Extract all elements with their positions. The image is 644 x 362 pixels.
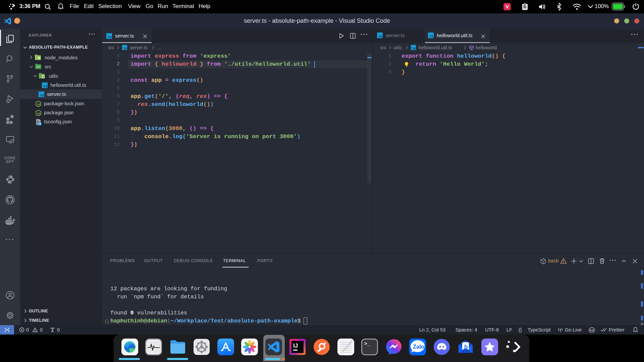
svg-text:JS: JS <box>37 112 40 115</box>
svg-text:JS: JS <box>37 103 40 106</box>
svg-text:TS: TS <box>39 123 41 125</box>
svg-text:Zalo: Zalo <box>413 344 424 350</box>
svg-text:IJ: IJ <box>293 343 298 349</box>
svg-text:>_: >_ <box>364 341 370 347</box>
